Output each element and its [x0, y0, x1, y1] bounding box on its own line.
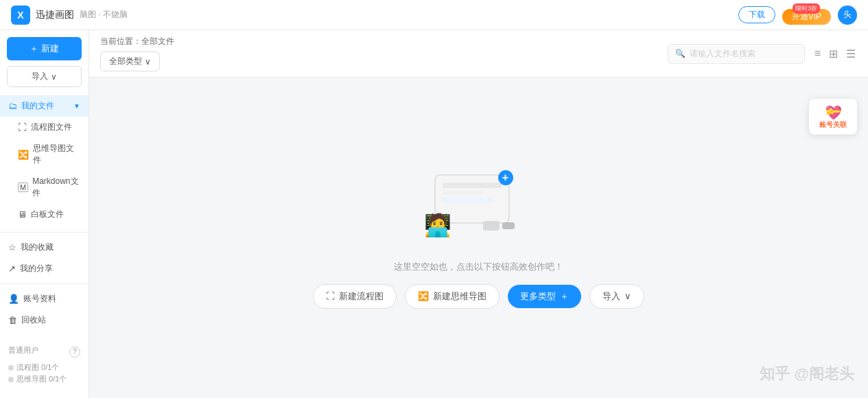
- markdown-icon: M: [18, 183, 28, 192]
- whiteboard-icon: 🖥: [18, 209, 27, 220]
- grid-view-button[interactable]: ⊞: [828, 46, 839, 62]
- sidebar-item-mindmap[interactable]: 🔀 思维导图文件: [0, 138, 89, 171]
- promo-label: 账号关联: [814, 121, 852, 129]
- mindmap-icon: 🔀: [18, 150, 29, 160]
- vip-badge: 限时3折: [793, 3, 820, 14]
- sidebar-item-favorites[interactable]: ☆ 我的收藏: [0, 237, 89, 258]
- sidebar-item-my-files[interactable]: 🗂 我的文件 ▼: [0, 95, 89, 117]
- usage-dot-flowchart: [8, 365, 14, 371]
- header-right: 下载 限时3折 开通VIP 头: [738, 5, 857, 25]
- illust-bar-1: [443, 183, 502, 188]
- search-icon: 🔍: [675, 49, 685, 58]
- sidebar-item-flowchart[interactable]: ⛶ 流程图文件: [0, 117, 89, 138]
- account-icon: 👤: [8, 294, 19, 304]
- illust-figure: 🧑‍💻: [424, 214, 451, 236]
- empty-tip: 这里空空如也，点击以下按钮高效创作吧！: [394, 261, 563, 273]
- mindmap-btn-icon: 🔀: [418, 291, 429, 301]
- import-action-button[interactable]: 导入 ∨: [589, 284, 644, 309]
- sidebar-item-markdown[interactable]: M Markdown文件: [0, 171, 89, 204]
- sidebar-divider-1: [0, 232, 89, 233]
- content-header: 当前位置：全部文件 全部类型 ∨ 🔍 请输入文件名搜索 ≡: [89, 30, 868, 78]
- import-arrow-icon: ∨: [624, 291, 631, 301]
- flowchart-btn-icon: ⛶: [326, 291, 335, 301]
- list-view-button[interactable]: ≡: [813, 46, 822, 61]
- sidebar-divider-2: [0, 283, 89, 284]
- logo-icon: X: [11, 5, 30, 25]
- folder-icon: 🗂: [8, 101, 17, 111]
- sidebar-section-files: 🗂 我的文件 ▼ ⛶ 流程图文件 🔀 思维导图文件 M Markdown文件 🖥…: [0, 95, 89, 225]
- illust-bar-2: [443, 191, 482, 195]
- search-bar[interactable]: 🔍 请输入文件名搜索: [668, 44, 805, 64]
- help-icon[interactable]: ?: [69, 347, 80, 358]
- sidebar-bottom: 普通用户 ? 流程图 0/1个 思维导图 0/1个: [0, 340, 89, 391]
- sidebar-item-account[interactable]: 👤 账号资料: [0, 288, 89, 309]
- sidebar-item-share[interactable]: ↗ 我的分享: [0, 258, 89, 279]
- import-chevron-icon: ∨: [51, 72, 57, 82]
- filter-chevron-icon: ∨: [145, 57, 151, 67]
- new-button[interactable]: ＋ 新建: [7, 37, 82, 60]
- more-types-button[interactable]: 更多类型 ＋: [508, 285, 581, 308]
- illust-plus-icon: +: [498, 170, 513, 185]
- empty-area: + 🧑‍💻 这里空空如也，点击以下按钮高效创作吧！ ⛶ 新建: [89, 78, 868, 398]
- content-wrapper: 当前位置：全部文件 全部类型 ∨ 🔍 请输入文件名搜索 ≡: [89, 30, 868, 398]
- avatar[interactable]: 头: [838, 5, 857, 25]
- promo-icon: 💝: [814, 104, 852, 121]
- logo-subtitle: 脑图 · 不烧脑: [80, 9, 128, 21]
- share-icon: ↗: [8, 264, 16, 274]
- expand-icon: ▼: [73, 102, 80, 110]
- vip-button[interactable]: 限时3折 开通VIP: [782, 9, 831, 25]
- sidebar-item-trash[interactable]: 🗑 回收站: [0, 309, 89, 331]
- illust-bar-3: [443, 198, 493, 202]
- main-layout: ＋ 新建 导入 ∨ 🗂 我的文件 ▼ ⛶ 流程图文件 🔀 思维导图文件 M: [0, 30, 868, 398]
- empty-actions: ⛶ 新建流程图 🔀 新建思维导图 更多类型 ＋ 导入 ∨: [313, 284, 644, 309]
- sidebar-item-whiteboard[interactable]: 🖥 白板文件: [0, 204, 89, 225]
- detail-view-button[interactable]: ☰: [845, 46, 857, 62]
- filter-row: 全部类型 ∨: [100, 51, 174, 71]
- trash-icon: 🗑: [8, 315, 17, 325]
- view-controls: ≡ ⊞ ☰: [813, 46, 857, 62]
- more-plus-icon: ＋: [560, 290, 569, 303]
- star-icon: ☆: [8, 242, 16, 253]
- header: X 迅捷画图 脑图 · 不烧脑 下载 限时3折 开通VIP 头: [0, 0, 868, 30]
- flowchart-icon: ⛶: [18, 122, 27, 132]
- promo-card[interactable]: 💝 账号关联: [809, 99, 857, 134]
- content-header-left: 当前位置：全部文件 全部类型 ∨: [100, 36, 174, 71]
- content-header-right: 🔍 请输入文件名搜索 ≡ ⊞ ☰: [668, 44, 857, 64]
- empty-illustration: + 🧑‍💻: [424, 167, 534, 250]
- illust-nodes: [483, 221, 515, 231]
- sidebar: ＋ 新建 导入 ∨ 🗂 我的文件 ▼ ⛶ 流程图文件 🔀 思维导图文件 M: [0, 30, 89, 398]
- new-flowchart-button[interactable]: ⛶ 新建流程图: [313, 284, 397, 309]
- content: 当前位置：全部文件 全部类型 ∨ 🔍 请输入文件名搜索 ≡: [89, 30, 868, 398]
- user-type-label: 普通用户: [8, 345, 38, 355]
- new-mindmap-button[interactable]: 🔀 新建思维导图: [405, 284, 500, 309]
- header-left: X 迅捷画图 脑图 · 不烧脑: [11, 5, 128, 25]
- usage-mindmap: 思维导图 0/1个: [8, 374, 80, 384]
- search-placeholder-text: 请输入文件名搜索: [690, 48, 755, 60]
- filter-button[interactable]: 全部类型 ∨: [100, 51, 160, 71]
- logo-text: 迅捷画图: [36, 9, 74, 21]
- usage-flowchart: 流程图 0/1个: [8, 362, 80, 373]
- new-plus-icon: ＋: [30, 43, 38, 55]
- import-button[interactable]: 导入 ∨: [7, 66, 82, 87]
- download-button[interactable]: 下载: [738, 6, 775, 23]
- usage-dot-mindmap: [8, 377, 14, 382]
- breadcrumb: 当前位置：全部文件: [100, 36, 174, 47]
